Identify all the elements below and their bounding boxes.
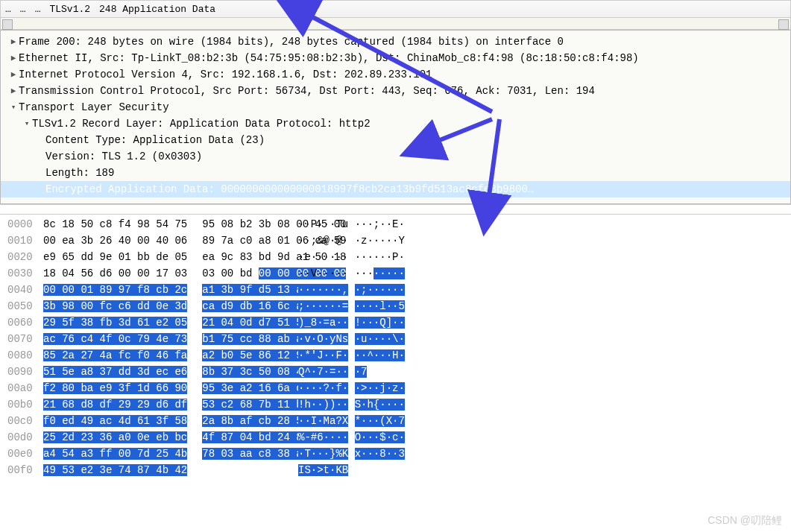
hex-offset: 00a0 [7, 380, 43, 396]
tree-item-version[interactable]: Version: TLS 1.2 (0x0303) [1, 148, 790, 165]
expand-icon[interactable]: ▶ [8, 66, 19, 83]
hex-row[interactable]: 0070ac 76 c4 4f 0c 79 4e 73b1 75 cc 88 a… [7, 331, 791, 347]
watermark: CSDN @叨陪鲤 [708, 514, 782, 528]
hex-offset: 00d0 [7, 429, 43, 446]
hex-bytes[interactable]: e9 65 dd 9e 01 bb de 05ea 9c 83 bd 9d a1… [43, 249, 283, 265]
hex-row[interactable]: 003018 04 56 d6 00 00 17 0303 00 bd 00 0… [7, 265, 791, 282]
hex-offset: 0070 [7, 331, 43, 347]
hex-offset: 0050 [7, 298, 43, 314]
hex-bytes[interactable]: a4 54 a3 ff 00 7d 25 4b78 03 aa c8 38 a2… [43, 446, 283, 462]
pane-divider[interactable] [0, 204, 791, 215]
hex-ascii[interactable]: ··I·Ma?X *···(X·7 [298, 413, 405, 429]
hex-bytes[interactable]: 21 68 d8 df 29 29 d6 df53 c2 68 7b 11 b8… [43, 396, 283, 413]
hex-bytes[interactable]: 49 53 e2 3e 74 87 4b 42 [43, 462, 283, 478]
hex-ascii[interactable]: !h··))·· S·h{···· [298, 396, 405, 413]
hex-offset: 0010 [7, 232, 43, 249]
hex-bytes[interactable]: 00 ea 3b 26 40 00 40 0689 7a c0 a8 01 06… [43, 232, 283, 249]
col-protocol: TLSv1.2 [49, 4, 90, 15]
hex-ascii[interactable]: ·e······ ······P· [298, 249, 405, 265]
hex-row[interactable]: 0020e9 65 dd 9e 01 bb de 05ea 9c 83 bd 9… [7, 249, 791, 265]
hex-ascii[interactable]: )_8·=a·· !···Q]·· [298, 314, 405, 331]
hex-ascii[interactable]: ··P···Tu ···;··E· [298, 216, 405, 232]
tree-item-length[interactable]: Length: 189 [1, 165, 790, 181]
expand-icon[interactable]: ▶ [8, 83, 19, 99]
hex-offset: 0080 [7, 347, 43, 364]
hex-ascii[interactable]: ····?·f· ·>··j·z· [298, 380, 405, 396]
hex-ascii[interactable]: ·······, ·;······ [298, 282, 405, 298]
hex-bytes[interactable]: ac 76 c4 4f 0c 79 4e 73b1 75 cc 88 ab ab… [43, 331, 283, 347]
hex-offset: 00c0 [7, 413, 43, 429]
hex-bytes[interactable]: f0 ed 49 ac 4d 61 3f 582a 8b af cb 28 58… [43, 413, 283, 429]
hex-offset: 0040 [7, 282, 43, 298]
hex-dump-pane[interactable]: 00008c 18 50 c8 f4 98 54 7595 08 b2 3b 0… [0, 215, 791, 484]
hex-offset: 0060 [7, 314, 43, 331]
hex-row[interactable]: 00f049 53 e2 3e 74 87 4b 42IS·>t·KB [7, 462, 791, 478]
hex-ascii[interactable]: ··;&@·@· ·z·····Y [298, 232, 405, 249]
hex-offset: 0030 [7, 265, 43, 282]
tree-item-ip[interactable]: ▶Internet Protocol Version 4, Src: 192.1… [1, 66, 790, 83]
tree-item-frame[interactable]: ▶Frame 200: 248 bytes on wire (1984 bits… [1, 34, 790, 50]
tree-item-tcp[interactable]: ▶Transmission Control Protocol, Src Port… [1, 83, 790, 99]
hex-row[interactable]: 009051 5e a8 37 dd 3d ec e68b 37 3c 50 0… [7, 364, 791, 380]
hex-bytes[interactable]: 8c 18 50 c8 f4 98 54 7595 08 b2 3b 08 00… [43, 216, 283, 232]
collapse-icon[interactable]: ▾ [8, 99, 19, 115]
hex-offset: 0020 [7, 249, 43, 265]
horizontal-scrollbar[interactable] [0, 18, 791, 30]
hex-ascii[interactable]: ·*'J··F· ··^···H· [298, 347, 405, 364]
hex-row[interactable]: 00503b 98 00 fc c6 dd 0e 3dca d9 db 16 6… [7, 298, 791, 314]
hex-bytes[interactable]: f2 80 ba e9 3f 1d 66 9095 3e a2 16 6a cb… [43, 380, 283, 396]
hex-row[interactable]: 004000 00 01 89 97 f8 cb 2ca1 3b 9f d5 1… [7, 282, 791, 298]
col-dots: … [5, 4, 11, 15]
hex-row[interactable]: 006029 5f 38 fb 3d 61 e2 0521 04 0d d7 5… [7, 314, 791, 331]
hex-offset: 0090 [7, 364, 43, 380]
packet-details-pane: ▶Frame 200: 248 bytes on wire (1984 bits… [0, 30, 791, 204]
hex-ascii[interactable]: ··V····· ········ [298, 265, 405, 282]
hex-row[interactable]: 00b021 68 d8 df 29 29 d6 df53 c2 68 7b 1… [7, 396, 791, 413]
hex-ascii[interactable]: ;······= ····l··5 [298, 298, 405, 314]
hex-offset: 00b0 [7, 396, 43, 413]
hex-row[interactable]: 00e0a4 54 a3 ff 00 7d 25 4b78 03 aa c8 3… [7, 446, 791, 462]
hex-offset: 00e0 [7, 446, 43, 462]
hex-ascii[interactable]: %-#6···· O···$·c· [298, 429, 405, 446]
hex-row[interactable]: 00c0f0 ed 49 ac 4d 61 3f 582a 8b af cb 2… [7, 413, 791, 429]
col-dots: … [20, 4, 26, 15]
hex-row[interactable]: 00d025 2d 23 36 a0 0e eb bc4f 87 04 bd 2… [7, 429, 791, 446]
expand-icon[interactable]: ▶ [8, 34, 19, 50]
hex-bytes[interactable]: 29 5f 38 fb 3d 61 e2 0521 04 0d d7 51 5d… [43, 314, 283, 331]
hex-bytes[interactable]: 00 00 01 89 97 f8 cb 2ca1 3b 9f d5 13 ac… [43, 282, 283, 298]
hex-offset: 0000 [7, 216, 43, 232]
hex-ascii[interactable]: Q^·7·=·· ·7 [298, 364, 367, 380]
packet-list-row[interactable]: … … … TLSv1.2 248 Application Data [0, 0, 791, 18]
tree-item-tls[interactable]: ▾Transport Layer Security [1, 99, 790, 115]
hex-bytes[interactable]: 51 5e a8 37 dd 3d ec e68b 37 3c 50 08 40… [43, 364, 283, 380]
hex-row[interactable]: 008085 2a 27 4a fc f0 46 faa2 b0 5e 86 1… [7, 347, 791, 364]
tree-item-tls-record[interactable]: ▾TLSv1.2 Record Layer: Application Data … [1, 115, 790, 132]
col-dots: … [35, 4, 41, 15]
hex-offset: 00f0 [7, 462, 43, 478]
hex-row[interactable]: 001000 ea 3b 26 40 00 40 0689 7a c0 a8 0… [7, 232, 791, 249]
hex-bytes[interactable]: 25 2d 23 36 a0 0e eb bc4f 87 04 bd 24 8b… [43, 429, 283, 446]
tree-item-ethernet[interactable]: ▶Ethernet II, Src: Tp-LinkT_08:b2:3b (54… [1, 50, 790, 66]
col-info: 248 Application Data [99, 4, 215, 15]
hex-row[interactable]: 00008c 18 50 c8 f4 98 54 7595 08 b2 3b 0… [7, 216, 791, 232]
tree-item-content-type[interactable]: Content Type: Application Data (23) [1, 132, 790, 148]
expand-icon[interactable]: ▶ [8, 50, 19, 66]
hex-ascii[interactable]: IS·>t·KB [298, 462, 348, 478]
tree-item-encrypted-data[interactable]: Encrypted Application Data: 000000000000… [1, 181, 790, 197]
collapse-icon[interactable]: ▾ [22, 115, 32, 132]
hex-row[interactable]: 00a0f2 80 ba e9 3f 1d 66 9095 3e a2 16 6… [7, 380, 791, 396]
hex-ascii[interactable]: ·v·O·yNs ·u····\· [298, 331, 405, 347]
hex-bytes[interactable]: 3b 98 00 fc c6 dd 0e 3dca d9 db 16 6c a3… [43, 298, 283, 314]
hex-bytes[interactable]: 18 04 56 d6 00 00 17 0303 00 bd 00 00 00… [43, 265, 283, 282]
hex-bytes[interactable]: 85 2a 27 4a fc f0 46 faa2 b0 5e 86 12 95… [43, 347, 283, 364]
hex-ascii[interactable]: ·T···}%K x···8··3 [298, 446, 405, 462]
